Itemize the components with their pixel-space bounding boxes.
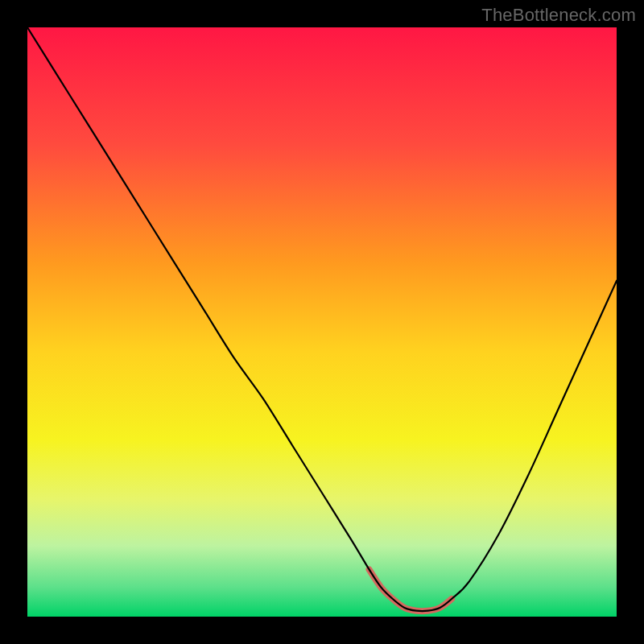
chart-svg [27, 27, 617, 617]
watermark-text: TheBottleneck.com [481, 5, 636, 26]
plot-area [27, 27, 617, 617]
chart-frame: TheBottleneck.com [0, 0, 644, 644]
gradient-rect [27, 27, 617, 617]
